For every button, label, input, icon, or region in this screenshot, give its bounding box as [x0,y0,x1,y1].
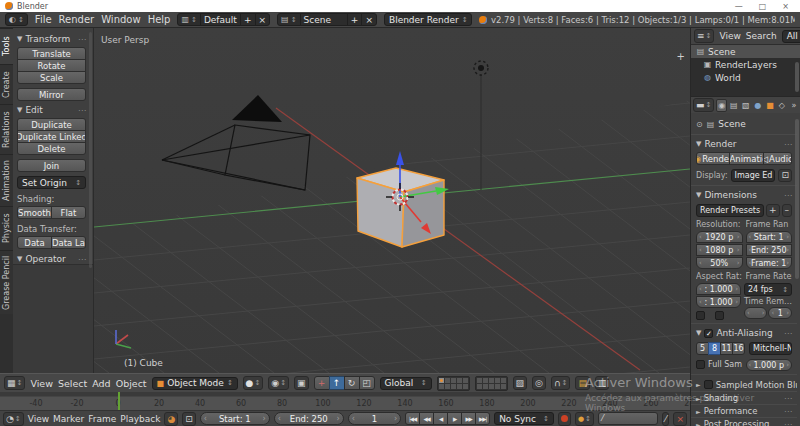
aspect-x-field[interactable]: : 1.000 [696,283,741,295]
outliner-item-renderlayers[interactable]: ▣RenderLayers [691,58,800,71]
active-keying-set-field[interactable]: ⁄ [598,412,658,425]
layer-cell[interactable] [439,378,444,383]
flat-button[interactable]: Flat [51,206,86,219]
lock-to-scene-toggle[interactable]: ▨ [513,376,528,390]
delete-keyframe-button[interactable]: × [673,412,687,426]
menu-render[interactable]: Render [59,14,95,25]
render-presets-dropdown[interactable]: Render Presets↕ [696,204,764,217]
preset-add-button[interactable]: + [766,204,780,217]
layout-close-button[interactable]: × [255,14,270,25]
antialiasing-checkbox[interactable]: ✓ [704,329,713,338]
aa-size-field[interactable]: 1.000 p [746,359,793,371]
tab-scene[interactable]: ▧ [741,99,751,112]
layer-cell[interactable] [457,378,462,383]
camera-object[interactable] [162,95,310,190]
data-button[interactable]: Data [17,236,52,249]
panel-shading[interactable]: ►Shading⋯ [691,391,797,404]
properties-editor-type-button[interactable]: ▬↕ [693,98,714,112]
layer-cell[interactable] [451,378,456,383]
layout-add-button[interactable]: + [240,14,255,25]
menu-timeline-view[interactable]: View [28,414,49,424]
toolshelf-tab-animation[interactable]: Animation [0,154,13,206]
menu-file[interactable]: File [35,14,52,25]
frame-start-field[interactable]: Start: 1 [200,412,270,425]
tab-world[interactable]: ● [753,99,763,112]
viewport-shading-dropdown[interactable]: ●↕ [243,376,264,390]
render-opengl-anim-button[interactable]: ▥ [595,376,610,390]
toolshelf-tab-grease-pencil[interactable]: Grease Pencil [0,250,13,314]
aspect-y-field[interactable]: : 1.000 [696,296,741,308]
current-frame-field[interactable]: 1 [348,412,401,425]
time-remap-new-field[interactable]: 1 [768,307,792,319]
panel-operator-header[interactable]: ▼Operator⋯ [17,254,86,264]
layer-cell[interactable] [477,378,482,383]
mode-dropdown[interactable]: ■Object Mode↕ [152,377,238,390]
scene-name[interactable]: Scene [300,14,347,25]
preset-remove-button[interactable]: – [782,204,793,217]
motion-blur-checkbox[interactable] [704,380,713,389]
jump-to-start-button[interactable]: |◀◀ [405,412,420,425]
autokey-mode-dropdown[interactable]: ●↕ [575,412,594,426]
pivot-point-dropdown[interactable]: ◉↕ [268,376,289,390]
outliner-item-world[interactable]: ◍World [691,71,800,84]
menu-help[interactable]: Help [148,14,171,25]
display-mode-dropdown[interactable]: Image Ed↕ [731,169,776,182]
resolution-x-field[interactable]: 1920 p [696,231,743,243]
toolshelf-tab-create[interactable]: Create [0,64,13,104]
scene-selector[interactable]: ▤↕ Scene + × [277,13,377,26]
layer-cell[interactable] [483,384,488,389]
maximize-button[interactable]: □ [759,2,767,11]
autokey-record-toggle[interactable] [558,412,571,426]
layer-cell[interactable] [489,384,494,389]
layer-cell[interactable] [445,384,450,389]
outliner-vscrollbar[interactable] [795,62,799,92]
toolshelf-tab-physics[interactable]: Physics [0,206,13,250]
menu-outliner-view[interactable]: View [719,31,740,41]
layer-cell[interactable] [477,384,482,389]
tab-object[interactable]: ■ [765,99,775,112]
panel-dimensions-header[interactable]: ▼Dimensions⋯ [696,190,792,200]
tab-render[interactable]: ◉ [716,99,726,112]
menu-select[interactable]: Select [58,378,87,389]
info-editor-type-button[interactable]: ◐↕ [5,13,28,26]
layer-cell[interactable] [463,378,468,383]
pin-icon[interactable]: ⊙ [696,120,703,129]
frame-end-field[interactable]: End: 250 [274,412,344,425]
layer-cell[interactable] [451,384,456,389]
layer-cell[interactable] [495,378,500,383]
outliner-item-scene[interactable]: ▤Scene [691,45,800,58]
frame-step-field[interactable]: Frame: 1 [746,257,793,269]
lock-time-toggle[interactable]: ⊡ [182,412,196,426]
menu-frame[interactable]: Frame [88,414,116,424]
scale-button[interactable]: Scale [17,71,86,84]
menu-outliner-search[interactable]: Search [746,31,777,41]
outliner-filter-dropdown[interactable]: All Sc [782,30,800,43]
tab-constraints[interactable]: ◇ [777,99,787,112]
duplicate-linked-button[interactable]: Duplicate Linked [17,130,86,143]
viewport-editor-type-button[interactable]: ▦↕ [4,376,25,390]
delete-button[interactable]: Delete [17,142,86,155]
layer-cell[interactable] [501,378,506,383]
render-audio-button[interactable]: ◁Audio [763,152,792,165]
smooth-button[interactable]: Smooth [17,206,52,219]
panel-performance[interactable]: ►Performance⋯ [691,404,797,417]
next-keyframe-button[interactable]: ▶▶ [461,412,476,425]
tab-render-layers[interactable]: ▤ [729,99,739,112]
set-origin-dropdown[interactable]: Set Origin↕ [17,176,86,189]
render-engine-dropdown[interactable]: Blender Render↕ [384,13,472,26]
frame-start-field[interactable]: Start: 1 [746,231,793,243]
timeline-ruler[interactable]: -40-200204060801001201401601802002202402… [0,396,690,410]
prev-keyframe-button[interactable]: ◀◀ [419,412,434,425]
region-expand-plus-icon[interactable]: + [677,52,685,62]
panel-post-processing[interactable]: ►Post Processing⋯ [691,417,797,426]
aa-samples-16-button[interactable]: 16 [732,342,745,355]
lamp-object[interactable] [474,61,488,190]
resolution-percentage-field[interactable]: 50% [696,257,743,269]
layer-cell[interactable] [463,384,468,389]
manipulator-toggle-button[interactable]: + [314,376,330,390]
aa-filter-dropdown[interactable]: Mitchell-N↕ [749,342,792,355]
layer-cell[interactable] [495,384,500,389]
layout-name[interactable]: Default [200,14,240,25]
layer-cell[interactable] [457,384,462,389]
properties-scrollbar[interactable] [795,119,799,279]
